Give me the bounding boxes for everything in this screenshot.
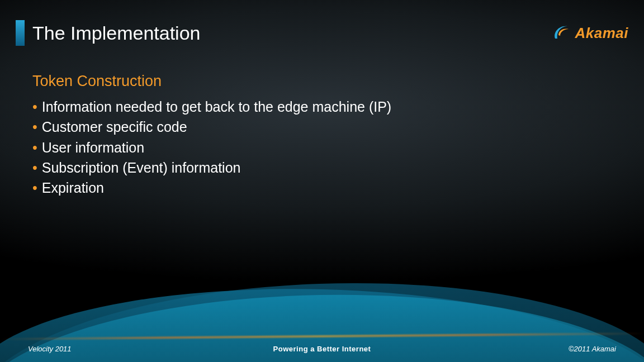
footer-center: Powering a Better Internet [140,345,504,353]
bullet-item: Expiration [32,178,610,198]
bullet-text: Information needed to get back to the ed… [42,97,391,117]
bullet-text: Expiration [42,178,104,198]
footer-left: Velocity 2011 [28,345,140,353]
bullet-item: Information needed to get back to the ed… [32,97,610,117]
section-heading: Token Construction [32,73,610,90]
brand-logo-text: Akamai [575,25,629,42]
brand-logo: Akamai [552,24,629,42]
bullet-item: Customer specific code [32,117,610,137]
bullet-text: Subscription (Event) information [42,158,241,178]
title-left: The Implementation [16,20,201,46]
bullet-item: User information [32,137,610,158]
footer-right: ©2011 Akamai [504,345,616,353]
title-accent-bar [16,20,25,46]
akamai-swoosh-icon [552,24,572,42]
bullet-item: Subscription (Event) information [32,158,610,178]
title-row: The Implementation Akamai [16,20,628,46]
bullet-list: Information needed to get back to the ed… [32,97,610,198]
bullet-text: User information [42,137,144,158]
bullet-text: Customer specific code [42,117,187,137]
slide-body: Token Construction Information needed to… [32,73,610,198]
slide-footer: Velocity 2011 Powering a Better Internet… [0,345,644,353]
slide-title: The Implementation [32,22,201,44]
